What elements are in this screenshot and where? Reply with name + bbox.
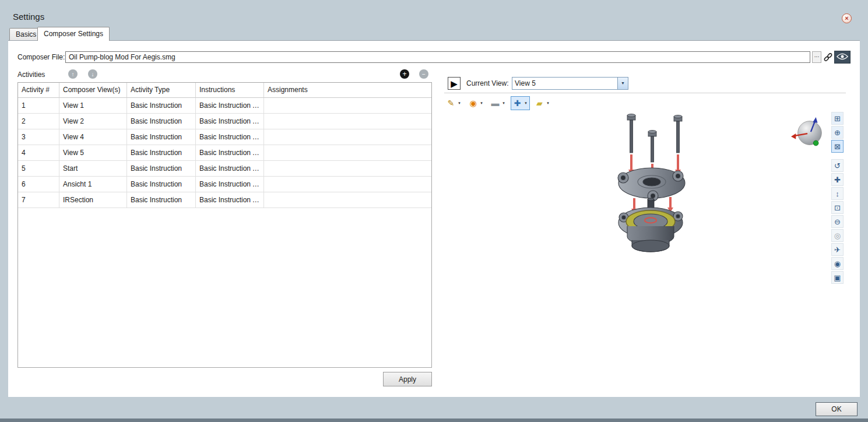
3d-viewport[interactable] bbox=[600, 112, 705, 256]
pump-base bbox=[627, 226, 674, 252]
cell-assignments bbox=[264, 177, 431, 192]
snapshot-button[interactable]: ▣ bbox=[831, 271, 844, 284]
window-title: Settings bbox=[13, 12, 44, 22]
highlight-tool-button[interactable]: ◉ ▾ bbox=[466, 96, 486, 110]
chevron-down-icon[interactable]: ▾ bbox=[456, 101, 462, 106]
cell-instructions: Basic Instruction A... bbox=[196, 192, 264, 208]
ok-button[interactable]: OK bbox=[816, 402, 858, 416]
viewer-separator bbox=[444, 93, 846, 93]
look-at-button[interactable]: ◉ bbox=[831, 257, 844, 270]
combo-dropdown-icon[interactable]: ▼ bbox=[617, 78, 628, 89]
cell-assignments bbox=[264, 114, 431, 129]
cell-instructions: Basic Instruction A... bbox=[196, 161, 264, 177]
eraser-tool-button[interactable]: ▬ ▾ bbox=[489, 96, 508, 110]
cell-composer-view: View 5 bbox=[59, 145, 127, 161]
cell-activity-number: 2 bbox=[18, 114, 59, 129]
eye-icon bbox=[837, 53, 848, 62]
composer-settings-panel: Composer File: ... Activiti bbox=[8, 40, 860, 397]
chevron-down-icon[interactable]: ▾ bbox=[479, 101, 484, 106]
zoom-window-button[interactable]: ⊡ bbox=[831, 201, 844, 214]
table-row[interactable]: 2 View 2 Basic Instruction Basic Instruc… bbox=[18, 114, 431, 129]
column-header-assignments[interactable]: Assignments bbox=[264, 83, 431, 98]
move-tool-button[interactable]: ✚ ▾ bbox=[511, 96, 530, 110]
triad-icon bbox=[791, 116, 827, 152]
cell-activity-type: Basic Instruction bbox=[127, 145, 196, 161]
remove-activity-button[interactable]: − bbox=[419, 69, 428, 79]
fill-tool-button[interactable]: ▰ ▾ bbox=[533, 96, 552, 110]
cell-assignments bbox=[264, 145, 431, 161]
cell-instructions: Basic Instruction A... bbox=[196, 129, 264, 145]
cell-composer-view: IRSection bbox=[59, 192, 127, 208]
activities-table: Activity # Composer View(s) Activity Typ… bbox=[17, 82, 432, 368]
close-icon[interactable]: × bbox=[842, 13, 852, 23]
orientation-sphere[interactable] bbox=[791, 116, 827, 154]
cell-assignments bbox=[264, 192, 431, 208]
cell-activity-number: 3 bbox=[18, 129, 59, 145]
table-row[interactable]: 3 View 4 Basic Instruction Basic Instruc… bbox=[18, 129, 431, 145]
orbit-button[interactable]: ↺ bbox=[831, 159, 844, 172]
composer-file-input[interactable] bbox=[65, 51, 810, 63]
cell-activity-type: Basic Instruction bbox=[127, 98, 196, 114]
cell-composer-view: Ansicht 1 bbox=[59, 177, 127, 192]
zoom-button[interactable]: ↕ bbox=[831, 187, 844, 200]
cell-activity-type: Basic Instruction bbox=[127, 129, 196, 145]
chevron-down-icon[interactable]: ▾ bbox=[545, 101, 551, 106]
table-header-row: Activity # Composer View(s) Activity Typ… bbox=[18, 83, 431, 98]
move-activity-up-button[interactable]: ↑ bbox=[68, 69, 78, 79]
cell-composer-view: View 2 bbox=[59, 114, 127, 129]
cell-activity-number: 1 bbox=[18, 98, 59, 114]
composer-file-label: Composer File: bbox=[17, 53, 65, 61]
window-bottom-edge bbox=[0, 419, 868, 422]
column-header-instructions[interactable]: Instructions bbox=[196, 83, 264, 98]
cell-instructions: Basic Instruction A... bbox=[196, 145, 264, 161]
link-icon bbox=[824, 55, 832, 64]
cell-assignments bbox=[264, 161, 431, 177]
table-row[interactable]: 4 View 5 Basic Instruction Basic Instruc… bbox=[18, 145, 431, 161]
draw-icon: ✎ bbox=[445, 97, 456, 110]
cell-activity-number: 6 bbox=[18, 177, 59, 192]
chevron-down-icon[interactable]: ▾ bbox=[523, 101, 529, 106]
reset-camera-button[interactable]: ⊞ bbox=[831, 112, 844, 125]
preview-button[interactable] bbox=[834, 51, 851, 64]
tab-composer-settings[interactable]: Composer Settings bbox=[37, 27, 110, 41]
column-header-activity-type[interactable]: Activity Type bbox=[127, 83, 196, 98]
bolt bbox=[627, 114, 682, 163]
magnifier-button[interactable]: ◎ bbox=[831, 229, 844, 242]
table-row[interactable]: 1 View 1 Basic Instruction Basic Instruc… bbox=[18, 98, 431, 114]
cell-activity-type: Basic Instruction bbox=[127, 114, 196, 129]
play-button[interactable]: ▶ bbox=[448, 77, 461, 90]
move-activity-down-button[interactable]: ↓ bbox=[88, 69, 97, 79]
eraser-icon: ▬ bbox=[490, 97, 501, 110]
current-view-combobox[interactable]: View 5 ▼ bbox=[512, 77, 628, 90]
move-icon: ✚ bbox=[512, 97, 523, 110]
table-row[interactable]: 5 Start Basic Instruction Basic Instruct… bbox=[18, 161, 431, 177]
navigation-toolbar: ⊞ ⊕ ⊠ ↺ ✚ ↕ ⊡ ⊖ ◎ ✈ ◉ ▣ bbox=[831, 112, 844, 285]
cell-assignments bbox=[264, 129, 431, 145]
apply-button[interactable]: Apply bbox=[383, 372, 432, 386]
viewer-toolbar: ✎ ▾ ◉ ▾ ▬ ▾ ✚ ▾ ▰ ▾ bbox=[444, 96, 552, 110]
move-to-button[interactable]: ⊕ bbox=[831, 126, 844, 139]
column-header-activity-number[interactable]: Activity # bbox=[18, 83, 59, 98]
column-header-composer-views[interactable]: Composer View(s) bbox=[59, 83, 127, 98]
link-file-button[interactable] bbox=[823, 51, 833, 63]
table-row[interactable]: 7 IRSection Basic Instruction Basic Inst… bbox=[18, 192, 431, 208]
table-row[interactable]: 6 Ansicht 1 Basic Instruction Basic Inst… bbox=[18, 177, 431, 192]
toolbar-gap bbox=[831, 154, 844, 159]
zoom-fit-button[interactable]: ⊖ bbox=[831, 215, 844, 228]
draw-tool-button[interactable]: ✎ ▾ bbox=[444, 96, 463, 110]
add-activity-button[interactable]: + bbox=[400, 69, 409, 79]
cell-composer-view: View 1 bbox=[59, 98, 127, 114]
cell-instructions: Basic Instruction A... bbox=[196, 177, 264, 192]
upper-housing bbox=[618, 168, 685, 201]
cell-instructions: Basic Instruction A... bbox=[196, 114, 264, 129]
cell-composer-view: Start bbox=[59, 161, 127, 177]
fly-through-button[interactable]: ✈ bbox=[831, 243, 844, 256]
activities-label: Activities bbox=[17, 71, 45, 79]
cell-activity-type: Basic Instruction bbox=[127, 192, 196, 208]
axis-y-green bbox=[813, 140, 818, 146]
pan-button[interactable]: ✚ bbox=[831, 173, 844, 186]
align-camera-button[interactable]: ⊠ bbox=[831, 140, 844, 153]
browse-button[interactable]: ... bbox=[812, 51, 821, 63]
chevron-down-icon[interactable]: ▾ bbox=[501, 101, 507, 106]
fill-icon: ▰ bbox=[534, 97, 545, 110]
